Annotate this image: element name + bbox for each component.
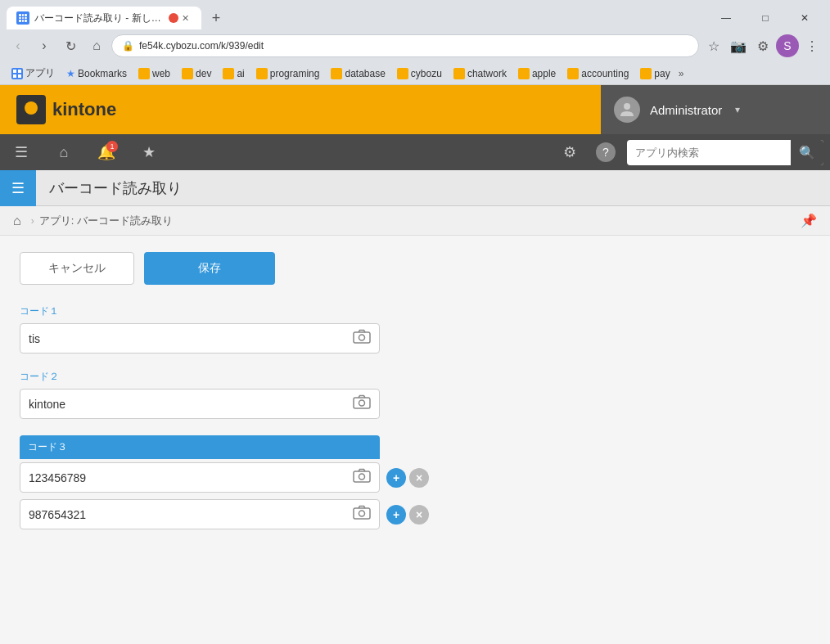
browser-tab[interactable]: バーコード読み取り - 新しいレコー ✕ bbox=[7, 7, 201, 29]
address-lock-icon: 🔒 bbox=[122, 40, 134, 52]
app-logo: kintone bbox=[0, 95, 601, 124]
bookmark-ai-label: ai bbox=[237, 68, 244, 79]
svg-rect-1 bbox=[18, 70, 21, 73]
bookmark-apps-label: アプリ bbox=[25, 66, 55, 80]
cancel-button[interactable]: キャンセル bbox=[20, 252, 134, 285]
field3-row-1: + × bbox=[20, 462, 810, 493]
bookmark-dev-label: dev bbox=[196, 68, 211, 79]
folder-icon bbox=[256, 68, 268, 79]
extensions-button[interactable]: ⚙ bbox=[751, 34, 774, 57]
field1-label: コード１ bbox=[20, 304, 810, 318]
bookmark-web-label: web bbox=[152, 68, 170, 79]
breadcrumb-app-link[interactable]: アプリ: バーコード読み取り bbox=[39, 214, 173, 228]
cast-button[interactable]: 📷 bbox=[727, 34, 750, 57]
folder-icon bbox=[397, 68, 408, 79]
bookmark-programing[interactable]: programing bbox=[251, 66, 325, 81]
help-button[interactable]: ? bbox=[591, 137, 620, 167]
nav-forward-button[interactable]: › bbox=[33, 34, 56, 57]
pin-icon[interactable]: 📌 bbox=[801, 213, 817, 228]
bookmark-chatwork[interactable]: chatwork bbox=[449, 66, 512, 81]
field1-input[interactable] bbox=[29, 332, 346, 345]
field1-camera-button[interactable] bbox=[353, 329, 371, 348]
nav-home-button[interactable]: ⌂ bbox=[85, 34, 108, 57]
profile-button[interactable]: S bbox=[776, 34, 799, 57]
folder-icon bbox=[223, 68, 234, 79]
field3-row1-add-button[interactable]: + bbox=[386, 468, 406, 488]
svg-rect-6 bbox=[354, 332, 370, 343]
tab-close-button[interactable]: ✕ bbox=[178, 11, 192, 25]
svg-rect-0 bbox=[13, 70, 16, 73]
home-icon: ⌂ bbox=[60, 144, 69, 161]
field3-row2-remove-button[interactable]: × bbox=[409, 505, 429, 525]
svg-rect-12 bbox=[354, 508, 370, 519]
bookmark-bookmarks-label: Bookmarks bbox=[78, 68, 127, 79]
app-logo-text: kintone bbox=[52, 99, 116, 120]
nav-back-button[interactable]: ‹ bbox=[7, 34, 29, 57]
breadcrumb-separator: › bbox=[31, 215, 34, 227]
bookmark-apps[interactable]: アプリ bbox=[7, 65, 60, 82]
bookmark-ai[interactable]: ai bbox=[218, 66, 249, 81]
bookmark-accounting[interactable]: accounting bbox=[562, 66, 634, 81]
window-close-button[interactable]: ✕ bbox=[786, 7, 823, 29]
bookmark-pay[interactable]: pay bbox=[635, 66, 674, 81]
nav-refresh-button[interactable]: ↻ bbox=[59, 34, 82, 57]
bookmark-dev[interactable]: dev bbox=[177, 66, 216, 81]
folder-icon bbox=[640, 68, 652, 79]
menu-button[interactable]: ⋮ bbox=[801, 34, 823, 57]
field3-row2-camera-button[interactable] bbox=[353, 505, 371, 524]
field3-row-2: + × bbox=[20, 499, 810, 529]
breadcrumb-home-icon[interactable]: ⌂ bbox=[13, 214, 21, 228]
field2-group: コード２ bbox=[20, 370, 810, 419]
bookmark-database[interactable]: database bbox=[326, 66, 390, 81]
folder-icon bbox=[567, 68, 579, 79]
bookmark-chatwork-label: chatwork bbox=[467, 68, 507, 79]
apps-grid-icon bbox=[11, 68, 23, 79]
notification-button[interactable]: 🔔 1 bbox=[92, 137, 121, 167]
svg-point-7 bbox=[359, 335, 365, 340]
field3-group: コード３ + × bbox=[20, 435, 810, 529]
svg-point-5 bbox=[624, 103, 630, 110]
user-section: Administrator ▾ bbox=[601, 85, 830, 134]
menu-toggle-button[interactable]: ☰ bbox=[7, 137, 36, 167]
field3-row1-input-wrap bbox=[20, 462, 380, 493]
bookmark-cybozu[interactable]: cybozu bbox=[392, 66, 447, 81]
bookmark-star-button[interactable]: ☆ bbox=[702, 34, 725, 57]
tab-title: バーコード読み取り - 新しいレコー bbox=[34, 11, 165, 25]
user-dropdown-icon[interactable]: ▾ bbox=[735, 104, 740, 115]
field3-row1-camera-button[interactable] bbox=[353, 468, 371, 487]
home-nav-button[interactable]: ⌂ bbox=[49, 137, 79, 167]
folder-icon bbox=[518, 68, 530, 79]
svg-point-11 bbox=[359, 474, 365, 480]
field3-row2-input-wrap bbox=[20, 499, 380, 529]
app-search-button[interactable]: 🔍 bbox=[791, 140, 823, 165]
field2-input[interactable] bbox=[29, 398, 346, 411]
field2-camera-button[interactable] bbox=[353, 394, 371, 413]
folder-icon bbox=[453, 68, 465, 79]
bookmark-pay-label: pay bbox=[654, 68, 670, 79]
bookmark-bookmarks[interactable]: ★ Bookmarks bbox=[61, 66, 132, 81]
field3-row2-input[interactable] bbox=[29, 508, 346, 521]
app-search-box[interactable]: 🔍 bbox=[627, 140, 823, 165]
field3-row1-remove-button[interactable]: × bbox=[409, 468, 429, 488]
svg-rect-10 bbox=[354, 471, 370, 482]
address-bar[interactable]: 🔒 fe54k.cybozu.com/k/939/edit bbox=[111, 34, 699, 57]
folder-icon bbox=[331, 68, 342, 79]
bookmark-apple[interactable]: apple bbox=[513, 66, 561, 81]
settings-button[interactable]: ⚙ bbox=[555, 137, 584, 167]
bookmark-web[interactable]: web bbox=[133, 66, 175, 81]
url-display: fe54k.cybozu.com/k/939/edit bbox=[139, 40, 264, 52]
field3-row2-add-button[interactable]: + bbox=[386, 505, 406, 525]
favorites-button[interactable]: ★ bbox=[134, 137, 164, 167]
field3-row1-input[interactable] bbox=[29, 471, 346, 484]
save-button[interactable]: 保存 bbox=[144, 252, 275, 285]
bookmark-programing-label: programing bbox=[270, 68, 320, 79]
field3-row2-actions: + × bbox=[386, 505, 429, 525]
app-search-input[interactable] bbox=[627, 143, 791, 162]
new-tab-button[interactable]: + bbox=[205, 7, 228, 29]
window-maximize-button[interactable]: □ bbox=[747, 7, 784, 29]
kintone-logo-icon bbox=[16, 95, 46, 124]
bookmarks-more-button[interactable]: » bbox=[679, 68, 684, 79]
folder-icon bbox=[182, 68, 193, 79]
window-minimize-button[interactable]: — bbox=[707, 7, 745, 29]
hamburger-icon: ☰ bbox=[15, 143, 28, 161]
